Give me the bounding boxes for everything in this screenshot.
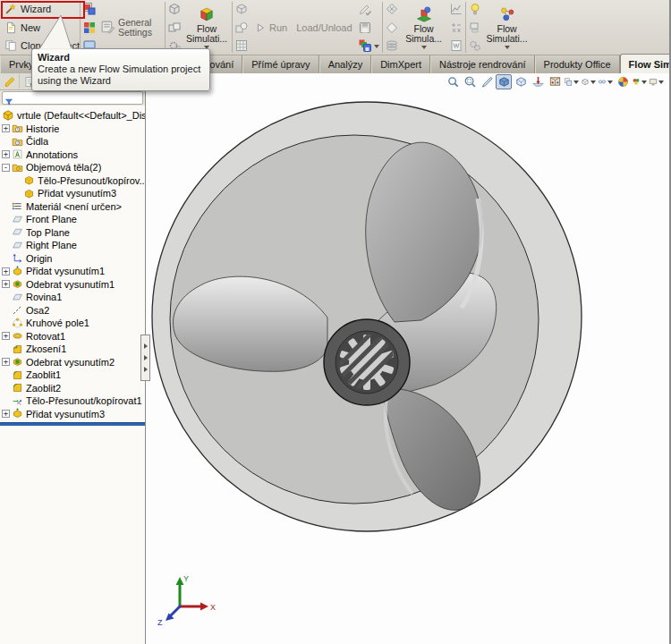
lightbulb-button[interactable]	[468, 2, 482, 16]
domain-box-button[interactable]	[167, 2, 182, 16]
tab-prime-upravy[interactable]: Přímé úpravy	[242, 55, 319, 73]
tab-produkty-office[interactable]: Produkty Office	[535, 55, 620, 73]
apply-scene-button[interactable]	[632, 74, 648, 89]
expand-toggle[interactable]	[2, 228, 10, 236]
tree-filter-input[interactable]	[13, 92, 140, 104]
grid-cube-button[interactable]	[234, 38, 249, 53]
load-unload-button[interactable]: Load/Unload	[292, 22, 356, 33]
previous-view-button[interactable]	[479, 74, 495, 89]
pencil-check-button[interactable]	[358, 2, 380, 16]
tree-item[interactable]: Front Plane	[0, 213, 145, 226]
tree-root-item[interactable]: vrtule (Default<<Default>_Disp	[0, 109, 145, 123]
dropdown-arrow-icon[interactable]	[641, 80, 647, 84]
expand-toggle[interactable]: +	[2, 358, 10, 366]
expand-toggle[interactable]: +	[2, 332, 10, 340]
expand-toggle[interactable]	[2, 202, 10, 210]
tree-item[interactable]: + Annotations	[0, 148, 145, 162]
expand-toggle[interactable]	[2, 397, 10, 405]
view-settings-button[interactable]	[649, 74, 665, 89]
tree-item[interactable]: Přidat vysunutím3	[0, 187, 145, 200]
hand-box-button[interactable]	[468, 21, 482, 35]
multi-view-button[interactable]	[564, 74, 580, 89]
tab-nastroje-rendrovani[interactable]: Nástroje rendrování	[430, 55, 535, 73]
layers-button[interactable]	[385, 38, 399, 53]
edit-appearance-button[interactable]	[615, 74, 631, 89]
tree-item[interactable]: + Přidat vysunutím3	[0, 408, 145, 421]
tree-item[interactable]: Tělo-Přesunout/kopírov...	[0, 174, 145, 188]
hidden-lines-view-button[interactable]	[513, 74, 529, 89]
floppy-color-button[interactable]	[358, 38, 380, 53]
zoom-to-fit-button[interactable]	[445, 74, 461, 89]
tree-item[interactable]: + Přidat vysunutím1	[0, 265, 145, 278]
tree-item[interactable]: Materiál <není určen>	[0, 200, 145, 214]
feature-manager-tab[interactable]	[0, 73, 20, 89]
expand-toggle[interactable]	[2, 319, 10, 327]
dropdown-arrow-icon[interactable]	[590, 80, 596, 84]
expand-toggle[interactable]: +	[2, 124, 10, 132]
tree-item[interactable]: + Historie	[0, 123, 145, 136]
expand-toggle[interactable]: +	[2, 150, 10, 158]
diamond-button[interactable]	[385, 21, 399, 35]
tree-item[interactable]: + Rotovat1	[0, 330, 145, 343]
tree-item[interactable]: Right Plane	[0, 239, 145, 252]
diamond-x-button[interactable]	[385, 2, 399, 16]
flow-simulation-features-button[interactable]: Flow Simulati...	[183, 0, 231, 55]
wire-cube-button[interactable]	[234, 2, 249, 16]
graphics-viewport[interactable]: Y X Z	[147, 73, 669, 644]
dropdown-arrow-icon[interactable]	[374, 45, 379, 48]
tree-item[interactable]: + Odebrat vysunutím1	[0, 278, 145, 292]
clone-box-button[interactable]	[167, 21, 182, 35]
tree-item[interactable]: - Objemová těla(2)	[0, 161, 145, 174]
shaded-view-button[interactable]	[496, 74, 512, 89]
tree-item[interactable]: Zaoblit1	[0, 369, 145, 382]
section-view-button[interactable]	[530, 74, 546, 89]
expand-toggle[interactable]	[2, 216, 10, 224]
tab-flow-simulation[interactable]: Flow Simulation	[620, 54, 671, 73]
dropdown-arrow-icon[interactable]	[658, 80, 664, 84]
expand-toggle[interactable]	[13, 190, 21, 198]
floppy-button[interactable]	[358, 21, 380, 35]
expand-toggle[interactable]: +	[2, 410, 10, 418]
expand-toggle[interactable]	[2, 242, 10, 250]
expand-toggle[interactable]	[2, 254, 10, 262]
dropdown-arrow-icon[interactable]	[573, 80, 579, 84]
expand-toggle[interactable]	[2, 345, 10, 353]
dropdown-arrow-icon[interactable]	[607, 80, 613, 84]
tree-item[interactable]: Kruhové pole1	[0, 317, 145, 330]
tree-item[interactable]: Osa2	[0, 304, 145, 318]
zoom-to-area-button[interactable]	[462, 74, 478, 89]
panel-splitter[interactable]	[140, 335, 150, 381]
cube-sphere-button[interactable]	[234, 21, 249, 35]
view-orientation-button[interactable]	[547, 74, 563, 89]
tab-dimxpert[interactable]: DimXpert	[371, 55, 430, 73]
tree-item[interactable]: Origin	[0, 252, 145, 266]
expand-toggle[interactable]: -	[2, 164, 10, 172]
tree-item[interactable]: Top Plane	[0, 226, 145, 240]
rollback-bar[interactable]	[0, 422, 145, 426]
tree-item[interactable]: Čidla	[0, 135, 145, 148]
expand-toggle[interactable]: +	[2, 267, 10, 275]
notebook-button[interactable]	[449, 38, 463, 53]
general-settings-button[interactable]: General Settings	[98, 18, 164, 38]
gears-button[interactable]	[468, 38, 482, 53]
tree-item[interactable]: Zaoblit2	[0, 382, 145, 395]
tree-item[interactable]: Rovina1	[0, 291, 145, 304]
expand-toggle[interactable]	[2, 306, 10, 314]
expand-toggle[interactable]	[2, 371, 10, 379]
hide-show-items-button[interactable]	[598, 74, 614, 89]
palette-button[interactable]	[82, 21, 97, 35]
line-chart-button[interactable]	[449, 2, 463, 16]
tree-item[interactable]: + Odebrat vysunutím2	[0, 356, 145, 369]
xbar-button[interactable]	[449, 21, 463, 35]
expand-toggle[interactable]: +	[2, 280, 10, 288]
flow-simulation-results-button[interactable]: Flow Simulati...	[483, 0, 531, 55]
expand-toggle[interactable]	[13, 176, 21, 184]
expand-toggle[interactable]	[2, 138, 10, 146]
tree-item[interactable]: Zkosení1	[0, 343, 145, 356]
flow-simulation-solve-button[interactable]: Flow Simula...	[400, 0, 448, 55]
expand-toggle[interactable]	[2, 293, 10, 301]
expand-toggle[interactable]	[2, 384, 10, 392]
tree-item[interactable]: Tělo-Přesunout/kopírovat1	[0, 394, 145, 408]
tab-analyzy[interactable]: Analýzy	[319, 55, 372, 73]
run-button[interactable]: Run	[250, 21, 292, 34]
